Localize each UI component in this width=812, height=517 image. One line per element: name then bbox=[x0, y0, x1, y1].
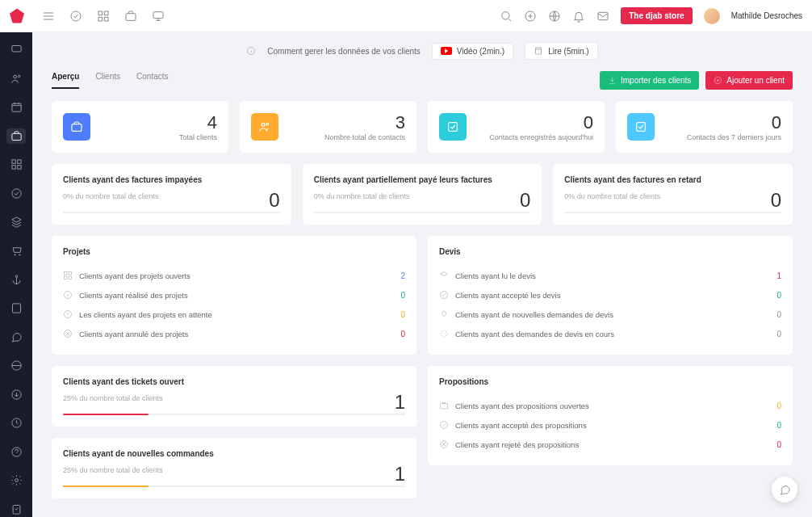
svg-rect-16 bbox=[11, 160, 15, 163]
svg-rect-6 bbox=[153, 11, 163, 18]
sidebar-globe-icon[interactable] bbox=[6, 358, 26, 374]
avatar[interactable] bbox=[704, 8, 720, 24]
sidebar-book-icon[interactable] bbox=[6, 301, 26, 317]
list-item[interactable]: Clients ayant accepté des propositions0 bbox=[439, 415, 781, 435]
svg-rect-24 bbox=[12, 304, 20, 313]
main-content: Comment gerer les données de vos clients… bbox=[32, 32, 812, 517]
svg-rect-14 bbox=[11, 103, 20, 111]
sidebar-anchor-icon[interactable] bbox=[6, 271, 26, 288]
book-icon bbox=[534, 46, 543, 56]
svg-rect-37 bbox=[449, 123, 458, 132]
topbar-right: The djab store Mathilde Desroches bbox=[500, 7, 802, 24]
stat-total-clients: 4Total clients bbox=[52, 101, 228, 153]
sidebar-layers-icon[interactable] bbox=[6, 214, 26, 230]
stat-contacts-7days: 0Contacts des 7 derniers jours bbox=[616, 101, 793, 153]
globe-icon[interactable] bbox=[548, 10, 561, 23]
sidebar-clock-icon[interactable] bbox=[6, 415, 26, 431]
card-propositions: Propositions Clients ayant des propositi… bbox=[428, 366, 793, 465]
sidebar-settings-icon[interactable] bbox=[6, 473, 26, 489]
list-item[interactable]: Clients ayant rejeté des propositions0 bbox=[439, 435, 781, 454]
add-client-button[interactable]: Ajouter un client bbox=[705, 71, 793, 90]
check-icon[interactable] bbox=[69, 10, 82, 23]
monitor-icon[interactable] bbox=[152, 10, 165, 23]
list-item[interactable]: Clients ayant annulé des projets0 bbox=[63, 324, 405, 343]
sidebar-chat-icon[interactable] bbox=[6, 329, 26, 345]
svg-point-29 bbox=[15, 479, 18, 482]
tab-contacts[interactable]: Contacts bbox=[136, 72, 168, 89]
svg-rect-18 bbox=[11, 166, 15, 169]
menu-icon[interactable] bbox=[42, 10, 55, 23]
right-column: Devis Clients ayant lu le devis1 Clients… bbox=[428, 236, 793, 498]
svg-rect-1 bbox=[98, 11, 103, 15]
sidebar-help-icon[interactable] bbox=[6, 443, 26, 460]
list-item[interactable]: Clients ayant des demandes de devis en c… bbox=[439, 324, 781, 343]
list-item[interactable]: Clients ayant des projets ouverts2 bbox=[63, 266, 405, 285]
sidebar-import-icon[interactable] bbox=[6, 386, 26, 402]
youtube-icon bbox=[441, 47, 452, 55]
card-projects: Projets Clients ayant des projets ouvert… bbox=[52, 236, 416, 355]
sidebar-check-icon[interactable] bbox=[6, 186, 26, 202]
search-icon[interactable] bbox=[500, 10, 513, 23]
svg-point-23 bbox=[15, 275, 18, 277]
mail-icon[interactable] bbox=[596, 10, 609, 23]
stat-total-contacts: 3Nombre total de contacts bbox=[240, 101, 416, 153]
username: Mathilde Desroches bbox=[731, 11, 802, 20]
plus-circle-icon[interactable] bbox=[524, 10, 537, 23]
svg-rect-40 bbox=[69, 272, 72, 275]
sidebar-dashboard-icon[interactable] bbox=[6, 42, 26, 58]
svg-point-35 bbox=[262, 123, 265, 126]
info-icon bbox=[246, 46, 256, 56]
svg-point-21 bbox=[15, 254, 15, 255]
bell-icon[interactable] bbox=[572, 10, 585, 23]
svg-rect-34 bbox=[72, 124, 82, 132]
grid-icon[interactable] bbox=[97, 10, 110, 23]
users-icon bbox=[251, 113, 278, 141]
sidebar-users-icon[interactable] bbox=[6, 71, 26, 87]
stat-contacts-today: 0Contacts enregistrés aujourd'hui bbox=[428, 101, 605, 153]
svg-point-48 bbox=[441, 422, 448, 429]
tabs: Aperçu Clients Contacts bbox=[52, 72, 169, 89]
svg-rect-38 bbox=[637, 123, 646, 132]
list-item[interactable]: Clients ayant lu le devis1 bbox=[439, 266, 781, 285]
briefcase-icon[interactable] bbox=[124, 10, 137, 23]
list-item[interactable]: Clients ayant des propositions ouvertes0 bbox=[439, 396, 781, 415]
svg-rect-39 bbox=[65, 272, 68, 275]
actions: Importer des clients Ajouter un client bbox=[600, 71, 793, 90]
svg-point-13 bbox=[18, 75, 20, 78]
tabs-row: Aperçu Clients Contacts Importer des cli… bbox=[52, 71, 793, 90]
svg-rect-4 bbox=[104, 17, 108, 21]
store-button[interactable]: The djab store bbox=[621, 7, 692, 24]
sidebar bbox=[0, 32, 32, 517]
left-column: Projets Clients ayant des projets ouvert… bbox=[52, 236, 416, 498]
read-pill[interactable]: Lire (5min.) bbox=[525, 42, 598, 60]
svg-rect-10 bbox=[598, 12, 608, 19]
svg-rect-41 bbox=[65, 276, 68, 280]
svg-point-12 bbox=[13, 75, 16, 78]
svg-rect-42 bbox=[69, 276, 72, 280]
list-item[interactable]: Clients ayant de nouvelles demandes de d… bbox=[439, 305, 781, 324]
info-bar: Comment gerer les données de vos clients… bbox=[52, 42, 793, 60]
svg-rect-32 bbox=[536, 48, 542, 54]
sidebar-briefcase-icon[interactable] bbox=[6, 128, 26, 145]
sidebar-grid-icon[interactable] bbox=[6, 157, 26, 173]
topbar: The djab store Mathilde Desroches bbox=[0, 0, 812, 32]
svg-point-0 bbox=[71, 11, 81, 21]
svg-rect-2 bbox=[104, 11, 108, 15]
import-clients-button[interactable]: Importer des clients bbox=[600, 71, 699, 90]
video-pill[interactable]: Vidéo (2min.) bbox=[432, 43, 513, 60]
svg-point-28 bbox=[11, 448, 20, 456]
briefcase-icon bbox=[63, 113, 90, 141]
tab-apercu[interactable]: Aperçu bbox=[52, 72, 79, 89]
tab-clients[interactable]: Clients bbox=[95, 72, 120, 89]
list-item[interactable]: Clients ayant accepté les devis0 bbox=[439, 285, 781, 305]
chat-fab[interactable] bbox=[772, 477, 797, 502]
check-square-icon bbox=[627, 113, 655, 141]
sidebar-clipboard-icon[interactable] bbox=[6, 502, 26, 518]
sidebar-cart-icon[interactable] bbox=[6, 243, 26, 259]
list-item[interactable]: Clients ayant réalisé des projets0 bbox=[63, 285, 405, 305]
card-tickets: Clients ayant des tickets ouvert 1 25% d… bbox=[52, 366, 416, 427]
svg-point-7 bbox=[502, 11, 509, 19]
list-item[interactable]: Les clients ayant des projets en attente… bbox=[63, 305, 405, 324]
sidebar-calendar-icon[interactable] bbox=[6, 99, 26, 116]
svg-point-46 bbox=[441, 292, 448, 299]
